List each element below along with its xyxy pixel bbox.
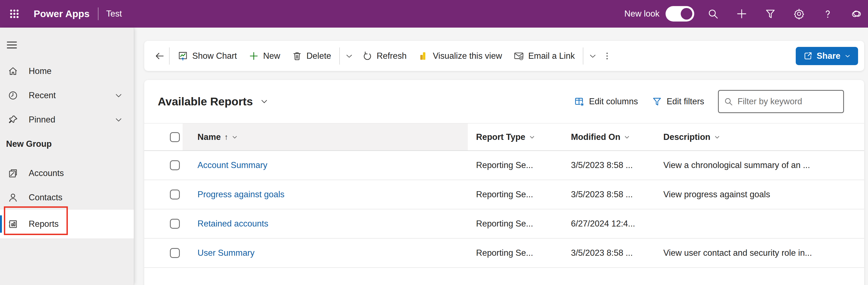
- filter-button[interactable]: [763, 6, 778, 22]
- contacts-icon: [8, 192, 18, 203]
- email-link-button[interactable]: Email a Link: [508, 46, 581, 66]
- visualize-view-button[interactable]: Visualize this view: [412, 46, 508, 66]
- refresh-icon: [362, 51, 373, 61]
- chevron-down-icon[interactable]: [115, 91, 123, 100]
- report-type-cell: Reporting Se...: [468, 180, 563, 209]
- search-button[interactable]: [705, 6, 721, 22]
- report-name-link[interactable]: Account Summary: [197, 160, 267, 170]
- sidebar-item-label: Recent: [29, 91, 56, 100]
- chevron-down-icon[interactable]: [232, 134, 238, 140]
- report-name-link[interactable]: Retained accounts: [197, 219, 268, 229]
- column-header-description[interactable]: Description: [655, 124, 864, 150]
- sidebar-item-label: Home: [29, 66, 52, 76]
- app-name[interactable]: Test: [106, 9, 122, 19]
- refresh-label: Refresh: [377, 51, 407, 61]
- table-header-row: Name ↑ Report Type Modified On Descripti…: [144, 123, 864, 151]
- report-name-link[interactable]: User Summary: [197, 248, 255, 258]
- sidebar-item-recent[interactable]: Recent: [0, 83, 134, 107]
- sidebar-item-label: Reports: [29, 219, 59, 229]
- command-divider: [339, 48, 340, 65]
- search-icon: [707, 8, 719, 20]
- report-name-link[interactable]: Progress against goals: [197, 190, 284, 199]
- more-commands-button[interactable]: [600, 46, 614, 66]
- command-divider: [169, 48, 169, 65]
- table-row[interactable]: Account Summary Reporting Se... 3/5/2023…: [144, 151, 864, 180]
- visualize-view-label: Visualize this view: [433, 51, 502, 61]
- chevron-down-icon[interactable]: [529, 134, 535, 140]
- table-row[interactable]: Retained accounts Reporting Se... 6/27/2…: [144, 210, 864, 239]
- command-overflow-chevron-2[interactable]: [586, 46, 600, 66]
- sidebar: Home Recent Pinned New Gr: [0, 28, 134, 285]
- copilot-button[interactable]: [849, 6, 864, 22]
- description-cell: [655, 210, 864, 238]
- row-checkbox[interactable]: [170, 248, 180, 258]
- row-checkbox[interactable]: [170, 190, 180, 199]
- chevron-down-icon[interactable]: [624, 134, 630, 140]
- row-checkbox[interactable]: [170, 219, 180, 229]
- sidebar-item-label: Accounts: [29, 168, 64, 178]
- sidebar-item-home[interactable]: Home: [0, 59, 134, 83]
- table-row[interactable]: User Summary Reporting Se... 3/5/2023 8:…: [144, 239, 864, 268]
- powerbi-icon: [418, 51, 429, 61]
- reports-icon: [8, 219, 18, 229]
- email-icon: [514, 51, 524, 61]
- sidebar-item-accounts[interactable]: Accounts: [0, 161, 134, 185]
- edit-columns-button[interactable]: Edit columns: [574, 96, 638, 107]
- settings-button[interactable]: [791, 6, 807, 22]
- column-header-report-type[interactable]: Report Type: [468, 124, 563, 150]
- chevron-down-icon[interactable]: [714, 134, 720, 140]
- home-icon: [8, 66, 18, 76]
- command-divider: [583, 48, 583, 65]
- toggle-knob: [681, 8, 692, 20]
- keyword-filter-input[interactable]: [738, 97, 838, 106]
- search-icon: [724, 97, 733, 106]
- column-header-modified-on[interactable]: Modified On: [563, 124, 655, 150]
- table-row[interactable]: Progress against goals Reporting Se... 3…: [144, 180, 864, 210]
- select-all-checkbox[interactable]: [170, 132, 180, 142]
- row-checkbox[interactable]: [170, 160, 180, 170]
- view-selector[interactable]: Available Reports: [158, 95, 268, 108]
- column-header-name[interactable]: Name ↑: [183, 124, 468, 150]
- sidebar-item-contacts[interactable]: Contacts: [0, 185, 134, 210]
- settings-icon: [793, 8, 805, 20]
- grid-view: Available Reports Edit columns: [144, 80, 864, 285]
- share-icon: [803, 51, 813, 61]
- sidebar-item-reports[interactable]: Reports: [0, 210, 134, 239]
- waffle-menu-button[interactable]: [7, 6, 22, 22]
- new-button[interactable]: New: [243, 46, 286, 66]
- share-button[interactable]: Share: [796, 47, 858, 65]
- back-button[interactable]: [153, 46, 167, 66]
- edit-columns-icon: [574, 96, 585, 107]
- edit-filters-button[interactable]: Edit filters: [652, 96, 704, 107]
- delete-button[interactable]: Delete: [286, 46, 337, 66]
- help-button[interactable]: [820, 6, 835, 22]
- chevron-down-icon[interactable]: [115, 116, 123, 124]
- column-header-label: Description: [663, 132, 711, 142]
- header-checkbox-cell: [144, 124, 183, 150]
- edit-filters-icon: [652, 96, 662, 107]
- keyword-filter-box[interactable]: [718, 90, 844, 113]
- modified-on-cell: 6/27/2024 12:4...: [563, 210, 655, 238]
- accounts-icon: [8, 168, 18, 179]
- refresh-button[interactable]: Refresh: [356, 46, 413, 66]
- show-chart-icon: [178, 51, 188, 61]
- add-icon: [736, 8, 747, 20]
- header-actions: New look: [624, 6, 868, 22]
- add-button[interactable]: [734, 6, 749, 22]
- show-chart-label: Show Chart: [192, 51, 237, 61]
- new-look-toggle[interactable]: [665, 6, 694, 22]
- column-header-label: Name: [197, 132, 221, 142]
- hamburger-icon: [6, 39, 18, 51]
- sidebar-item-label: Pinned: [29, 115, 56, 125]
- command-overflow-chevron[interactable]: [342, 46, 356, 66]
- copilot-icon: [850, 8, 863, 20]
- report-type-cell: Reporting Se...: [468, 239, 563, 267]
- filter-icon: [765, 8, 776, 20]
- chevron-down-icon: [588, 52, 597, 60]
- show-chart-button[interactable]: Show Chart: [172, 46, 243, 66]
- delete-icon: [292, 51, 302, 61]
- hamburger-menu-button[interactable]: [5, 39, 19, 51]
- column-header-label: Report Type: [476, 132, 525, 142]
- sidebar-item-pinned[interactable]: Pinned: [0, 107, 134, 132]
- sort-ascending-icon: ↑: [224, 133, 228, 141]
